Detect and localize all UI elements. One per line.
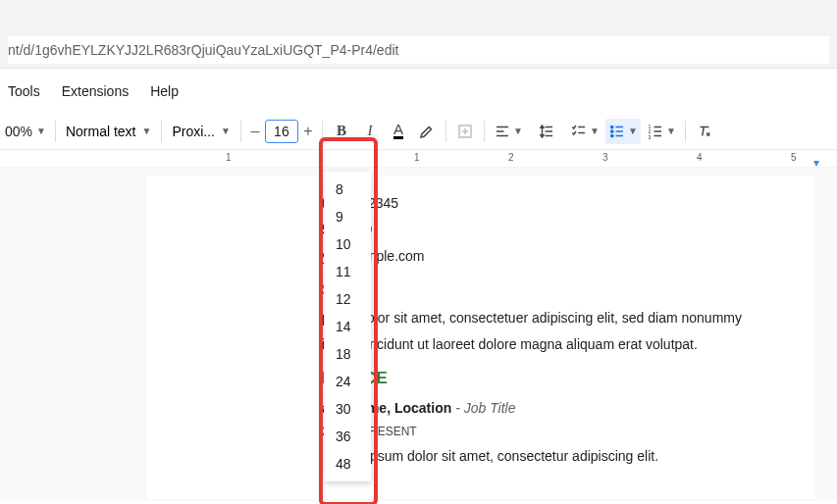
font-size-option[interactable]: 24: [324, 368, 371, 395]
chevron-down-icon: ▼: [36, 126, 46, 136]
numbered-list-icon: 123: [647, 123, 664, 140]
section-heading-skills: S: [322, 280, 791, 300]
chevron-down-icon: ▼: [142, 126, 152, 136]
body-text: ismod tincidunt ut laoreet dolore magna …: [322, 334, 791, 355]
ruler: 1 1 2 3 4 5 ▾: [0, 150, 837, 168]
font-size-option[interactable]: 18: [324, 340, 371, 368]
bullet-text: orem ipsum dolor sit amet, consectetur a…: [322, 446, 791, 467]
url-text: nt/d/1g6vhEYLZKYJJ2LR683rQjuiQauYzaLxiUG…: [8, 36, 829, 64]
ruler-tick: 5: [791, 152, 797, 163]
text-color-button[interactable]: A: [386, 119, 411, 144]
company-line: any Name, Location - Job Title: [322, 398, 791, 419]
checklist-icon: [570, 123, 588, 140]
font-size-option[interactable]: 36: [324, 423, 371, 450]
menu-help[interactable]: Help: [146, 77, 183, 105]
font-value: Proxi...: [172, 124, 215, 139]
date-range: 20XX - PRESENT: [322, 425, 791, 438]
font-size-option[interactable]: 8: [324, 176, 371, 203]
highlighter-icon: [418, 123, 436, 140]
font-size-option[interactable]: 48: [324, 450, 371, 478]
font-size-option[interactable]: 14: [324, 313, 371, 340]
font-size-option[interactable]: 9: [324, 203, 371, 230]
line-spacing-icon: [538, 123, 555, 140]
email-line: y@example.com: [322, 246, 791, 267]
font-family-select[interactable]: Proxi... ▼: [168, 124, 234, 139]
bold-button[interactable]: B: [329, 119, 354, 144]
chevron-down-icon: ▼: [513, 126, 523, 136]
svg-text:3: 3: [648, 133, 651, 139]
chevron-down-icon: ▼: [590, 126, 600, 136]
body-text: psum dolor sit amet, consectetuer adipis…: [322, 308, 791, 328]
font-size-control: – +: [247, 120, 316, 143]
font-size-option[interactable]: 10: [324, 230, 371, 258]
font-size-option[interactable]: 11: [324, 258, 371, 285]
ruler-tick: 4: [697, 152, 703, 163]
clear-format-icon: [696, 123, 713, 140]
font-size-option[interactable]: 12: [324, 285, 371, 313]
font-size-option[interactable]: 30: [324, 395, 371, 423]
clear-formatting-button[interactable]: [692, 119, 717, 144]
chevron-down-icon: ▼: [628, 126, 638, 136]
svg-point-10: [611, 129, 613, 131]
highlight-button[interactable]: [414, 119, 440, 144]
separator: [685, 121, 686, 142]
toolbar: 00% ▼ Normal text ▼ Proxi... ▼ – + B I U…: [0, 113, 837, 150]
chevron-down-icon: ▼: [666, 126, 676, 136]
bulleted-list-button[interactable]: ▼: [605, 119, 641, 144]
separator: [55, 121, 56, 142]
page[interactable]: ty, ST 12345 55-7890 y@example.com S psu…: [147, 176, 814, 499]
align-button[interactable]: ▼: [491, 119, 526, 144]
separator: [484, 121, 485, 142]
checklist-button[interactable]: ▼: [567, 119, 602, 144]
separator: [322, 121, 323, 142]
separator: [445, 121, 446, 142]
zoom-value: 00%: [5, 124, 32, 139]
ruler-tick: 3: [602, 152, 608, 163]
ruler-tick: 1: [226, 152, 232, 163]
document-area: ty, ST 12345 55-7890 y@example.com S psu…: [0, 168, 837, 501]
increase-font-button[interactable]: +: [300, 120, 316, 143]
ruler-tick: 1: [414, 152, 420, 163]
separator: [240, 121, 241, 142]
separator: [161, 121, 162, 142]
phone-line: 55-7890: [322, 220, 791, 240]
menu-tools[interactable]: Tools: [4, 77, 44, 105]
job-title: - Job Title: [451, 400, 515, 416]
decrease-font-button[interactable]: –: [247, 120, 263, 143]
svg-point-11: [611, 134, 613, 136]
svg-point-9: [611, 126, 613, 127]
ruler-tick: 2: [508, 152, 514, 163]
bullet-list-icon: [608, 123, 626, 140]
image-icon: [456, 123, 474, 140]
menu-extensions[interactable]: Extensions: [58, 77, 132, 105]
chevron-down-icon: ▼: [221, 126, 231, 136]
section-heading-experience: RIENCE: [322, 369, 791, 388]
address-line: ty, ST 12345: [322, 193, 791, 214]
zoom-select[interactable]: 00% ▼: [2, 124, 49, 139]
font-size-input[interactable]: [265, 120, 298, 143]
menu-bar: Tools Extensions Help: [0, 69, 837, 113]
italic-button[interactable]: I: [357, 119, 383, 144]
line-spacing-button[interactable]: [529, 119, 564, 144]
paragraph-style-select[interactable]: Normal text ▼: [62, 124, 155, 139]
url-bar: nt/d/1g6vhEYLZKYJJ2LR683rQjuiQauYzaLxiUG…: [0, 0, 837, 69]
insert-image-button[interactable]: [452, 119, 478, 144]
numbered-list-button[interactable]: 123 ▼: [644, 119, 679, 144]
align-left-icon: [494, 123, 511, 140]
font-size-dropdown[interactable]: 8 9 10 11 12 14 18 24 30 36 48: [324, 172, 371, 481]
style-value: Normal text: [66, 124, 136, 139]
